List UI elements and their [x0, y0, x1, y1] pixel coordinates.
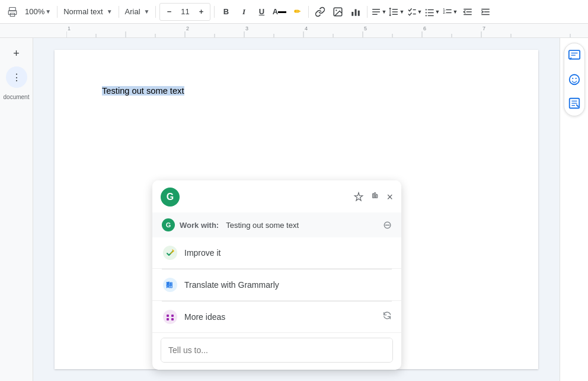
grammarly-work-left: G Work with: Testing out some text [162, 218, 299, 231]
improve-icon [162, 245, 178, 261]
svg-rect-7 [358, 10, 360, 15]
checklist-button[interactable]: ▼ [407, 4, 422, 20]
zoom-control[interactable]: 100% ▼ [23, 6, 53, 17]
emoji-button[interactable] [565, 71, 583, 88]
svg-point-16 [426, 9, 427, 10]
sep6 [367, 6, 368, 18]
svg-rect-64 [171, 315, 174, 317]
numbered-list-button[interactable]: 1.2. ▼ [442, 4, 458, 20]
comment-icon [568, 49, 581, 62]
svg-point-59 [163, 246, 177, 260]
more-ideas-refresh-button[interactable] [382, 311, 392, 323]
svg-point-70 [569, 75, 579, 85]
font-size-input[interactable] [177, 7, 193, 16]
chart-button[interactable] [348, 4, 363, 20]
increase-indent-button[interactable] [478, 4, 493, 20]
font-size-increase[interactable]: + [193, 4, 209, 20]
svg-text:2.: 2. [443, 10, 446, 14]
svg-rect-66 [171, 318, 174, 320]
grammarly-logo: G [161, 188, 180, 207]
align-button[interactable]: ▼ [371, 4, 386, 20]
emoji-icon [568, 73, 581, 86]
highlight-button[interactable]: ✏ [289, 4, 305, 20]
underline-button[interactable]: U [254, 4, 269, 20]
grammarly-sparkle-button[interactable] [353, 192, 364, 202]
grammarly-improve-option[interactable]: Improve it [152, 237, 401, 269]
chart-icon [350, 7, 361, 17]
sparkle-icon [353, 192, 364, 202]
selected-text-paragraph[interactable]: Testing out some text [102, 85, 491, 96]
print-icon-btn[interactable] [5, 5, 20, 18]
grammarly-minimize-button[interactable]: ⊖ [383, 218, 392, 231]
decrease-indent-button[interactable] [460, 4, 475, 20]
svg-text:4: 4 [305, 26, 308, 31]
more-ideas-label: More ideas [184, 312, 376, 322]
print-icon [7, 7, 18, 17]
grammarly-popup: G × [152, 180, 401, 370]
svg-text:1: 1 [68, 26, 71, 31]
svg-text:5: 5 [364, 26, 367, 31]
svg-point-71 [572, 78, 573, 79]
sidebar: + ⋮ document [0, 38, 33, 381]
italic-button[interactable]: I [236, 4, 251, 20]
insert-image-button[interactable] [330, 4, 346, 20]
font-value: Arial [125, 7, 140, 16]
right-panel [560, 38, 588, 381]
plus-icon: + [13, 47, 20, 60]
svg-point-62 [163, 310, 177, 324]
grammarly-voice-button[interactable] [370, 192, 381, 202]
svg-rect-56 [373, 193, 374, 198]
improve-label: Improve it [184, 248, 392, 258]
text-color-icon: A [273, 7, 278, 16]
sep5 [308, 6, 309, 18]
document-page[interactable]: Testing out some text G [55, 50, 538, 369]
style-selector[interactable]: Normal text ▼ [61, 6, 114, 17]
svg-point-18 [426, 12, 427, 13]
bold-button[interactable]: B [218, 4, 234, 20]
sep2 [119, 6, 119, 18]
grammarly-work-icon: G [162, 218, 175, 231]
grammarly-body: G Work with: Testing out some text ⊖ Imp… [152, 212, 401, 370]
grammarly-work-label: Work with: [180, 221, 219, 230]
grammarly-custom-input[interactable] [161, 338, 392, 362]
svg-text:翻: 翻 [165, 281, 172, 288]
refresh-icon [382, 311, 392, 320]
grammarly-translate-option[interactable]: 翻 Translate with Grammarly [152, 269, 401, 301]
comment-button[interactable] [565, 47, 583, 65]
svg-rect-57 [375, 193, 376, 198]
font-size-decrease[interactable]: − [161, 4, 177, 20]
svg-text:3: 3 [245, 26, 248, 31]
menu-dots-icon: ⋮ [12, 72, 21, 83]
sidebar-menu-button[interactable]: ⋮ [6, 66, 27, 88]
font-size-control[interactable]: − + [159, 3, 210, 21]
grammarly-work-row[interactable]: G Work with: Testing out some text ⊖ [152, 212, 401, 237]
sidebar-add-button[interactable]: + [8, 45, 25, 62]
bullet-list-button[interactable]: ▼ [424, 4, 440, 20]
svg-text:2: 2 [186, 26, 189, 31]
line-spacing-button[interactable]: ▼ [389, 4, 404, 20]
checklist-icon [407, 7, 417, 17]
suggest-edit-button[interactable] [565, 94, 583, 112]
svg-text:7: 7 [482, 26, 485, 31]
grammarly-header: G × [152, 180, 401, 212]
document-area[interactable]: Testing out some text G [33, 38, 560, 381]
grammarly-close-button[interactable]: × [386, 191, 393, 204]
zoom-dropdown-icon[interactable]: ▼ [45, 8, 51, 15]
grammarly-work-text: Testing out some text [226, 221, 299, 230]
style-value: Normal text [63, 7, 103, 16]
sep4 [214, 6, 215, 18]
text-color-button[interactable]: A [271, 4, 287, 20]
sidebar-doc-label: document [4, 94, 30, 100]
link-button[interactable] [312, 4, 328, 20]
sep3 [155, 6, 156, 18]
selected-text[interactable]: Testing out some text [102, 86, 184, 96]
numbered-list-icon: 1.2. [442, 7, 452, 17]
link-icon [315, 7, 325, 17]
grammarly-input-area[interactable] [161, 338, 393, 363]
more-ideas-icon [162, 309, 178, 325]
zoom-value: 100% [25, 7, 44, 16]
font-selector[interactable]: Arial ▼ [123, 6, 152, 17]
translate-label: Translate with Grammarly [184, 280, 392, 290]
highlight-icon: ✏ [294, 7, 301, 16]
grammarly-more-ideas-option[interactable]: More ideas [152, 301, 401, 333]
